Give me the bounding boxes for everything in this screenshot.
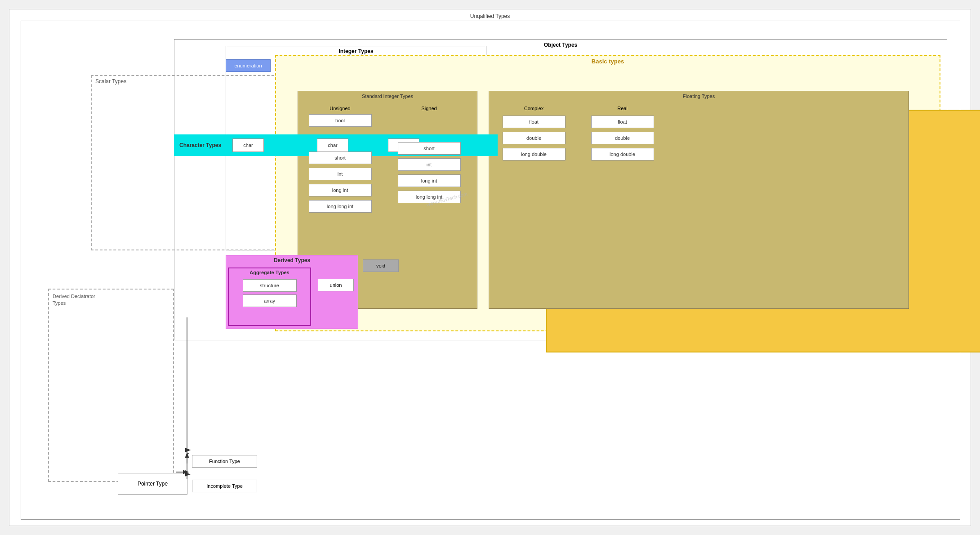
enumeration-label: enumeration bbox=[234, 63, 262, 68]
unsigned-header: Unsigned bbox=[303, 106, 377, 111]
derived-declarator-label: Derived DeclatratorTypes bbox=[53, 293, 95, 307]
basic-types-label: Basic types bbox=[276, 58, 940, 65]
integer-types-label: Integer Types bbox=[226, 48, 486, 54]
structure-box: structure bbox=[243, 279, 297, 292]
signed-header: Signed bbox=[392, 106, 466, 111]
complex-float: float bbox=[503, 116, 566, 128]
aggregate-label: Aggregate Types bbox=[229, 268, 310, 276]
signed-int: int bbox=[398, 158, 461, 171]
unqualified-types-label: Unqalified Types bbox=[9, 13, 971, 19]
incomplete-type-label: Incomplete Type bbox=[206, 483, 243, 489]
std-integer-label: Standard Integer Types bbox=[298, 94, 477, 99]
void-box: void bbox=[363, 259, 399, 272]
complex-header: Complex bbox=[497, 106, 571, 111]
unsigned-long-int: long int bbox=[309, 184, 372, 196]
void-label: void bbox=[376, 263, 385, 268]
unsigned-int: int bbox=[309, 168, 372, 180]
complex-long-double: long double bbox=[503, 148, 566, 160]
unsigned-long-long-int: long long int bbox=[309, 200, 372, 213]
aggregate-types-box: Aggregate Types structure array bbox=[228, 268, 311, 326]
signed-short: short bbox=[398, 142, 461, 155]
complex-col: float double long double bbox=[497, 116, 571, 164]
scalar-types-label: Scalar Types bbox=[95, 78, 126, 85]
incomplete-type-box: Incomplete Type bbox=[192, 480, 257, 492]
unsigned-short: short bbox=[309, 152, 372, 164]
pointer-type-label: Pointer Type bbox=[138, 481, 168, 487]
floating-types-label: Floating Types bbox=[489, 94, 909, 99]
complex-double: double bbox=[503, 132, 566, 144]
real-float: float bbox=[591, 116, 654, 128]
unsigned-bool: bool bbox=[309, 114, 372, 127]
function-type-label: Function Type bbox=[209, 459, 240, 464]
derived-declarator-box: Derived DeclatratorTypes bbox=[48, 289, 174, 482]
character-types-label: Character Types bbox=[174, 142, 232, 148]
unsigned-col: bool short int long int long long int bbox=[303, 114, 377, 216]
real-double: double bbox=[591, 132, 654, 144]
array-box: array bbox=[243, 294, 297, 307]
diagram-container: Unqalified Types Object Types Integer Ty… bbox=[9, 9, 971, 526]
real-col: float double long double bbox=[585, 116, 659, 164]
char-box-1: char bbox=[232, 138, 264, 152]
union-box: union bbox=[318, 279, 354, 291]
real-header: Real bbox=[585, 106, 659, 111]
real-long-double: long double bbox=[591, 148, 654, 160]
derived-types-label: Derived Types bbox=[226, 255, 358, 263]
enumeration-box: enumeration bbox=[226, 59, 271, 72]
function-type-box: Function Type bbox=[192, 455, 257, 468]
signed-col: short int long int long long int bbox=[392, 114, 466, 207]
pointer-type-box: Pointer Type bbox=[118, 473, 187, 495]
signed-long-int: long int bbox=[398, 174, 461, 187]
unqualified-types-box: Object Types Integer Types Scalar Types … bbox=[21, 21, 960, 520]
